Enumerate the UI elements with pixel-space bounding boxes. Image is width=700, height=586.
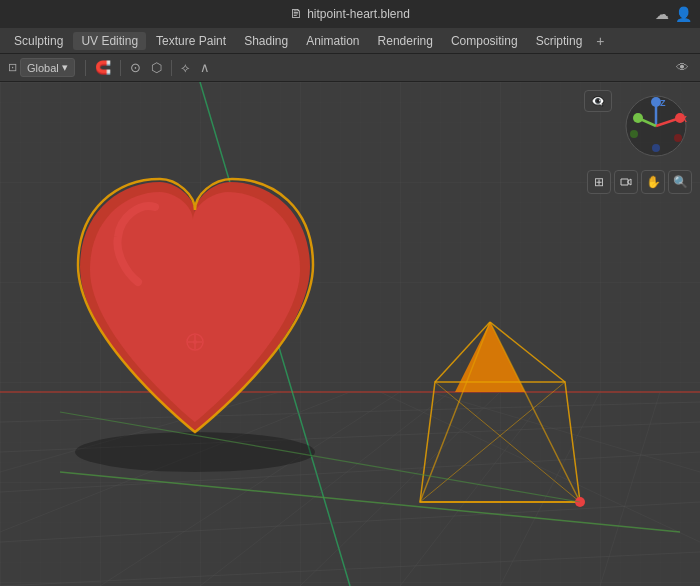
menu-compositing[interactable]: Compositing — [443, 32, 526, 50]
menu-animation[interactable]: Animation — [298, 32, 367, 50]
title-bar-controls: ☁ 👤 — [655, 6, 692, 22]
file-name: hitpoint-heart.blend — [307, 7, 410, 21]
toolbar-separator-2 — [120, 60, 121, 76]
gizmo-svg: Z X — [620, 90, 692, 162]
svg-text:X: X — [681, 114, 687, 124]
pivot-icon[interactable]: ⟡ — [178, 58, 193, 78]
menu-bar: Sculpting UV Editing Texture Paint Shadi… — [0, 28, 700, 54]
snap-icon[interactable]: 🧲 — [92, 58, 114, 77]
viewport[interactable]: Z X ⊞ ✋ — [0, 82, 700, 586]
menu-rendering[interactable]: Rendering — [370, 32, 441, 50]
svg-point-48 — [674, 134, 682, 142]
global-label: Global — [27, 62, 59, 74]
overlay-toggle[interactable]: 👁‍🗨 — [584, 90, 612, 112]
cloud-icon: ☁ — [655, 6, 669, 22]
toolbar-right: 👁 — [673, 58, 692, 77]
viewport-camera-icon[interactable] — [614, 170, 638, 194]
global-dropdown-arrow: ▾ — [62, 61, 68, 74]
svg-point-21 — [75, 432, 315, 472]
menu-shading[interactable]: Shading — [236, 32, 296, 50]
menu-scripting[interactable]: Scripting — [528, 32, 591, 50]
svg-point-47 — [630, 130, 638, 138]
toolbar-separator-1 — [85, 60, 86, 76]
orientation-gizmo[interactable]: Z X — [620, 90, 692, 162]
overlay-icon[interactable]: 👁 — [673, 58, 692, 77]
user-icon: 👤 — [675, 6, 692, 22]
viewport-overlay-btn[interactable]: 👁‍🗨 — [584, 90, 612, 112]
proportional-edit-icon[interactable]: ⊙ — [127, 58, 144, 77]
viewport-icon-row-1: ⊞ ✋ 🔍 — [587, 170, 692, 194]
svg-text:Z: Z — [660, 98, 666, 108]
menu-uv-editing[interactable]: UV Editing — [73, 32, 146, 50]
svg-point-45 — [633, 113, 643, 123]
overlay-icon-symbol: 👁‍🗨 — [591, 95, 605, 108]
menu-sculpting[interactable]: Sculpting — [6, 32, 71, 50]
menu-texture-paint[interactable]: Texture Paint — [148, 32, 234, 50]
transform-icon[interactable]: ⬡ — [148, 58, 165, 77]
toolbar-separator-3 — [171, 60, 172, 76]
view-mode-icon: ⊡ — [8, 61, 17, 74]
window-title: 🖹 hitpoint-heart.blend — [290, 7, 410, 21]
file-icon: 🖹 — [290, 7, 302, 21]
viewport-grid-icon[interactable]: ⊞ — [587, 170, 611, 194]
viewport-pan-icon[interactable]: ✋ — [641, 170, 665, 194]
snapping-icon[interactable]: ∧ — [197, 58, 213, 77]
svg-point-46 — [652, 144, 660, 152]
global-selector[interactable]: Global ▾ — [20, 58, 75, 77]
viewport-toolbar: ⊡ Global ▾ 🧲 ⊙ ⬡ ⟡ ∧ 👁 — [0, 54, 700, 82]
viewport-zoom-icon[interactable]: 🔍 — [668, 170, 692, 194]
title-bar: 🖹 hitpoint-heart.blend ☁ 👤 — [0, 0, 700, 28]
menu-add-workspace[interactable]: + — [592, 33, 608, 49]
